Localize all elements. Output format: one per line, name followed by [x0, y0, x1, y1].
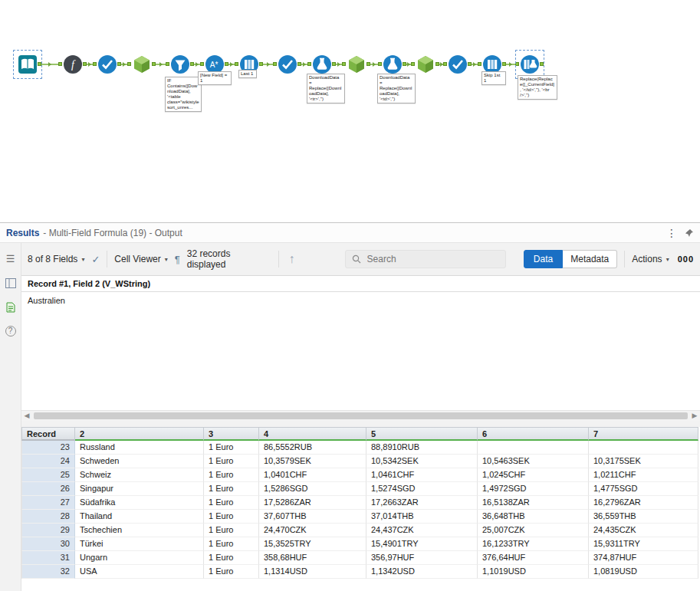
record-number-cell[interactable]: 23 [21, 441, 75, 455]
data-cell[interactable]: 1 Euro [204, 482, 259, 496]
record-number-cell[interactable]: 28 [21, 510, 75, 524]
data-cell[interactable]: 15,4901TRY [366, 537, 478, 551]
data-cell[interactable] [589, 441, 698, 455]
data-cell[interactable]: 10,3579SEK [259, 455, 366, 468]
toolbar-overflow-label[interactable]: 000 [678, 254, 694, 264]
metadata-button[interactable]: Metadata [563, 250, 617, 268]
data-cell[interactable]: 1,0461CHF [366, 468, 478, 482]
data-cell[interactable]: Schweiz [75, 468, 204, 482]
data-cell[interactable]: 1,1342USD [366, 565, 478, 579]
column-header-4[interactable]: 4 [259, 427, 366, 441]
tool-parse-3[interactable] [415, 54, 436, 75]
data-cell[interactable]: 1 Euro [204, 455, 259, 468]
record-number-cell[interactable]: 31 [21, 551, 75, 565]
annotation-formula-tr[interactable]: DownloadData = Replace([DownloadData], '… [307, 74, 345, 103]
data-cell[interactable]: 16,1233TRY [478, 537, 589, 551]
data-cell[interactable]: Singapur [75, 482, 204, 496]
scroll-left-icon[interactable]: ◀ [21, 411, 32, 421]
tool-multi-field-formula[interactable] [519, 54, 541, 75]
data-cell[interactable]: 1,4972SGD [478, 482, 589, 496]
tool-formula-td[interactable] [382, 54, 403, 75]
data-cell[interactable]: 36,559THB [589, 510, 698, 524]
annotation-formula-td[interactable]: DownloadData = Replace([DownloadData], '… [377, 74, 416, 103]
tool-parse-2[interactable] [346, 54, 367, 75]
data-cell[interactable]: 15,3525TRY [259, 537, 366, 551]
data-button[interactable]: Data [524, 250, 563, 268]
data-cell[interactable]: 1,4775SGD [589, 482, 698, 496]
data-cell[interactable]: 16,2796ZAR [589, 496, 698, 510]
data-cell[interactable]: 1,0401CHF [259, 468, 366, 482]
search-input[interactable] [366, 253, 492, 265]
record-number-cell[interactable]: 26 [21, 482, 75, 496]
data-cell[interactable]: 1,1019USD [478, 565, 589, 579]
scrollbar-thumb[interactable] [34, 412, 688, 419]
tool-select-1[interactable] [97, 54, 118, 75]
up-arrow-icon[interactable]: ↑ [289, 252, 295, 266]
actions-dropdown[interactable]: Actions ▾ [632, 254, 669, 264]
more-options-icon[interactable]: ⋮ [666, 227, 677, 239]
data-cell[interactable]: 1 Euro [204, 551, 259, 565]
annotation-sample-skip[interactable]: Skip 1st 1 [481, 71, 506, 85]
data-cell[interactable]: 1 Euro [204, 510, 259, 524]
data-cell[interactable]: 374,87HUF [589, 551, 698, 565]
workflow-canvas[interactable]: fIF Contains([DownloadData], '<table cla… [0, 0, 700, 222]
column-header-7[interactable]: 7 [589, 427, 698, 441]
record-number-cell[interactable]: 30 [21, 537, 75, 551]
data-cell[interactable]: Türkei [75, 537, 204, 551]
data-cell[interactable]: Schweden [75, 455, 204, 468]
data-cell[interactable]: 24,435CZK [589, 524, 698, 537]
data-cell[interactable]: 37,014THB [366, 510, 478, 524]
data-cell[interactable]: 1,1314USD [259, 565, 366, 579]
cell-viewer-pane-icon[interactable] [5, 301, 17, 314]
tool-select-3[interactable] [447, 54, 468, 75]
data-cell[interactable]: 37,607THB [259, 510, 366, 524]
data-cell[interactable]: 24,437CZK [366, 524, 478, 537]
tool-parse-1[interactable] [131, 54, 153, 75]
tool-input-data[interactable] [17, 54, 38, 75]
layout-panes-icon[interactable] [5, 277, 17, 289]
data-cell[interactable]: Russland [75, 441, 204, 455]
data-cell[interactable]: 358,68HUF [259, 551, 366, 565]
data-cell[interactable]: USA [75, 565, 204, 579]
column-header-record[interactable]: Record [21, 427, 75, 441]
data-cell[interactable]: Südafrika [75, 496, 204, 510]
data-cell[interactable]: 15,9311TRY [589, 537, 698, 551]
tool-formula-tr[interactable] [311, 54, 333, 75]
tool-filter[interactable] [169, 54, 191, 75]
annotation-multi-field-formula[interactable]: Replace(Replace([_CurrentField], '</td>'… [518, 75, 557, 100]
column-header-6[interactable]: 6 [478, 427, 589, 441]
data-cell[interactable]: 1,5286SGD [259, 482, 366, 496]
annotation-sample-last[interactable]: Last 1 [238, 70, 257, 78]
data-cell[interactable]: 356,97HUF [366, 551, 478, 565]
column-header-5[interactable]: 5 [366, 427, 478, 441]
data-cell[interactable]: 86,5552RUB [259, 441, 366, 455]
data-cell[interactable]: Ungarn [75, 551, 204, 565]
search-box[interactable] [345, 250, 506, 268]
data-cell[interactable]: 10,3175SEK [589, 455, 698, 468]
pin-icon[interactable] [685, 228, 694, 238]
annotation-regex[interactable]: [New Field] = 1 [198, 71, 232, 85]
data-cell[interactable]: 1,0819USD [589, 565, 698, 579]
data-cell[interactable]: 17,2663ZAR [366, 496, 478, 510]
cell-viewer-dropdown[interactable]: Cell Viewer ▾ [114, 254, 167, 264]
data-cell[interactable]: 16,5138ZAR [478, 496, 589, 510]
record-number-cell[interactable]: 25 [21, 468, 75, 482]
data-cell[interactable] [478, 441, 589, 455]
data-cell[interactable]: 1 Euro [204, 537, 259, 551]
data-cell[interactable]: Tschechien [75, 524, 204, 537]
data-cell[interactable]: 10,5463SEK [478, 455, 589, 468]
data-cell[interactable]: 1,5274SGD [366, 482, 478, 496]
data-cell[interactable]: 1 Euro [204, 565, 259, 579]
data-cell[interactable]: 1 Euro [204, 468, 259, 482]
record-number-cell[interactable]: 29 [21, 524, 75, 537]
apply-check-icon[interactable]: ✓ [91, 254, 100, 265]
annotation-filter[interactable]: IF Contains([DownloadData], '<table clas… [165, 77, 202, 112]
tool-select-2[interactable] [277, 54, 298, 75]
help-icon[interactable]: ? [5, 326, 16, 337]
data-cell[interactable]: 376,64HUF [478, 551, 589, 565]
data-cell[interactable]: 1 Euro [204, 496, 259, 510]
record-number-cell[interactable]: 32 [21, 565, 75, 579]
column-header-3[interactable]: 3 [204, 427, 259, 441]
data-cell[interactable]: 25,007CZK [478, 524, 589, 537]
data-cell[interactable]: 24,470CZK [259, 524, 366, 537]
